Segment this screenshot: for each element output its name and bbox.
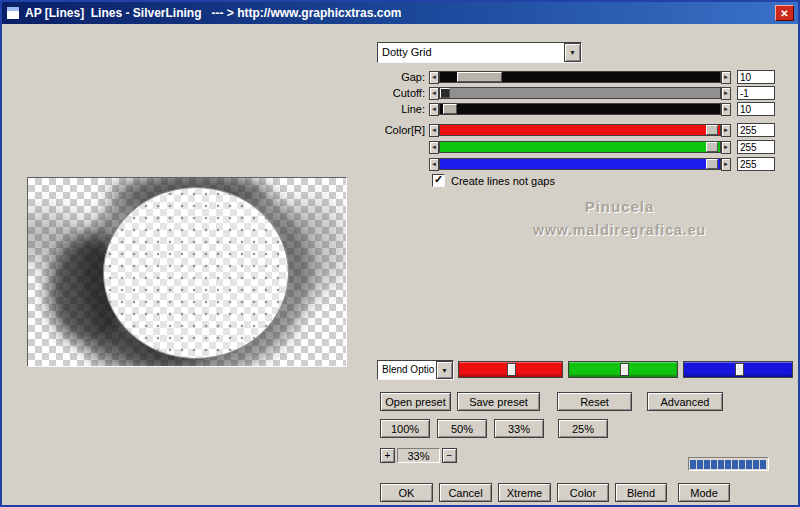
arrow-left-icon: ◄ — [431, 106, 437, 112]
arrow-left-icon: ◄ — [431, 144, 437, 150]
slider-track[interactable] — [439, 158, 721, 170]
slider-left-arrow[interactable]: ◄ — [429, 87, 439, 100]
slider-row-color-blue: ◄ ► 255 — [377, 157, 775, 171]
slider-label: Line: — [377, 103, 429, 115]
arrow-right-icon: ► — [723, 106, 729, 112]
ok-button[interactable]: OK — [380, 483, 433, 502]
slider-label: Color[R] — [377, 124, 429, 136]
slider-value-box[interactable]: 255 — [737, 157, 775, 171]
app-icon — [6, 6, 20, 20]
arrow-right-icon: ► — [723, 90, 729, 96]
blend-green-slider[interactable] — [568, 361, 678, 378]
slider-value-box[interactable]: 255 — [737, 140, 775, 154]
arrow-right-icon: ► — [723, 144, 729, 150]
xtreme-button[interactable]: Xtreme — [498, 483, 551, 502]
preset-dropdown-arrow-button[interactable]: ▼ — [564, 43, 581, 62]
slider-left-arrow[interactable]: ◄ — [429, 141, 439, 154]
arrow-left-icon: ◄ — [431, 90, 437, 96]
slider-label: Cutoff: — [377, 87, 429, 99]
slider-track[interactable] — [439, 87, 721, 99]
slider-right-arrow[interactable]: ► — [721, 124, 731, 137]
cancel-button[interactable]: Cancel — [439, 483, 492, 502]
open-preset-button[interactable]: Open preset — [380, 392, 451, 411]
slider-right-arrow[interactable]: ► — [721, 71, 731, 84]
watermark-line2: www.maldiregrafica.eu — [507, 222, 732, 238]
blend-red-slider-thumb[interactable] — [507, 363, 516, 376]
slider-right-arrow[interactable]: ► — [721, 87, 731, 100]
mode-button[interactable]: Mode — [678, 483, 730, 502]
slider-left-arrow[interactable]: ◄ — [429, 103, 439, 116]
zoom-33-button[interactable]: 33% — [494, 419, 544, 438]
window-title: AP [Lines] Lines - SilverLining --- > ht… — [25, 6, 401, 20]
slider-left-arrow[interactable]: ◄ — [429, 158, 439, 171]
create-lines-row: ✓ Create lines not gaps — [432, 174, 555, 187]
slider-right-arrow[interactable]: ► — [721, 158, 731, 171]
watermark: Pinucela www.maldiregrafica.eu — [507, 198, 732, 238]
chevron-down-icon: ▼ — [569, 49, 576, 56]
arrow-right-icon: ► — [723, 74, 729, 80]
slider-row-line: Line: ◄ ► 10 — [377, 102, 775, 116]
slider-value-box[interactable]: 10 — [737, 102, 775, 116]
slider-row-cutoff: Cutoff: ◄ ► -1 — [377, 86, 775, 100]
preview-canvas[interactable] — [27, 177, 347, 367]
slider-thumb[interactable] — [706, 125, 718, 135]
color-button[interactable]: Color — [557, 483, 609, 502]
slider-row-color-red: Color[R] ◄ ► 255 — [377, 123, 775, 137]
blend-button[interactable]: Blend — [615, 483, 667, 502]
slider-row-gap: Gap: ◄ ► 10 — [377, 70, 775, 84]
slider-thumb[interactable] — [443, 104, 457, 114]
slider-track[interactable] — [439, 141, 721, 153]
zoom-in-button[interactable]: + — [380, 448, 395, 463]
zoom-50-button[interactable]: 50% — [437, 419, 487, 438]
slider-value-box[interactable]: -1 — [737, 86, 775, 100]
slider-track[interactable] — [439, 71, 721, 83]
check-icon: ✓ — [434, 174, 443, 185]
preset-dropdown-value: Dotty Grid — [378, 43, 564, 62]
slider-right-arrow[interactable]: ► — [721, 141, 731, 154]
slider-thumb[interactable] — [706, 159, 718, 169]
preset-dropdown[interactable]: Dotty Grid ▼ — [377, 42, 582, 63]
save-preset-button[interactable]: Save preset — [457, 392, 540, 411]
blend-green-slider-thumb[interactable] — [620, 363, 629, 376]
blend-blue-slider-thumb[interactable] — [735, 363, 744, 376]
progress-bar — [688, 457, 769, 471]
arrow-left-icon: ◄ — [431, 161, 437, 167]
advanced-button[interactable]: Advanced — [647, 392, 723, 411]
create-lines-label: Create lines not gaps — [451, 175, 555, 187]
blend-dropdown-arrow-button[interactable]: ▼ — [436, 361, 453, 379]
zoom-out-button[interactable]: − — [442, 448, 457, 463]
zoom-100-button[interactable]: 100% — [380, 419, 430, 438]
slider-thumb[interactable] — [706, 142, 718, 152]
watermark-line1: Pinucela — [507, 198, 732, 215]
zoom-level-field[interactable]: 33% — [397, 448, 440, 463]
reset-button[interactable]: Reset — [557, 392, 632, 411]
preview-circle — [103, 187, 289, 359]
titlebar[interactable]: AP [Lines] Lines - SilverLining --- > ht… — [2, 2, 798, 24]
slider-label: Gap: — [377, 71, 429, 83]
create-lines-checkbox[interactable]: ✓ — [432, 174, 445, 187]
close-button[interactable]: ✕ — [775, 5, 794, 21]
slider-value-box[interactable]: 10 — [737, 70, 775, 84]
slider-left-arrow[interactable]: ◄ — [429, 124, 439, 137]
slider-row-color-green: ◄ ► 255 — [377, 140, 775, 154]
arrow-right-icon: ► — [723, 127, 729, 133]
slider-track[interactable] — [439, 103, 721, 115]
arrow-left-icon: ◄ — [431, 127, 437, 133]
blend-red-slider[interactable] — [458, 361, 563, 378]
plugin-window: AP [Lines] Lines - SilverLining --- > ht… — [0, 0, 800, 507]
blend-blue-slider[interactable] — [683, 361, 793, 378]
slider-thumb[interactable] — [440, 88, 450, 98]
arrow-right-icon: ► — [723, 161, 729, 167]
slider-value-box[interactable]: 255 — [737, 123, 775, 137]
slider-thumb[interactable] — [457, 72, 502, 82]
zoom-25-button[interactable]: 25% — [558, 419, 608, 438]
slider-track[interactable] — [439, 124, 721, 136]
blend-options-value: Blend Optio — [378, 361, 436, 379]
arrow-left-icon: ◄ — [431, 74, 437, 80]
slider-right-arrow[interactable]: ► — [721, 103, 731, 116]
blend-options-dropdown[interactable]: Blend Optio ▼ — [377, 360, 454, 380]
slider-left-arrow[interactable]: ◄ — [429, 71, 439, 84]
chevron-down-icon: ▼ — [441, 367, 448, 374]
close-icon: ✕ — [780, 8, 788, 19]
